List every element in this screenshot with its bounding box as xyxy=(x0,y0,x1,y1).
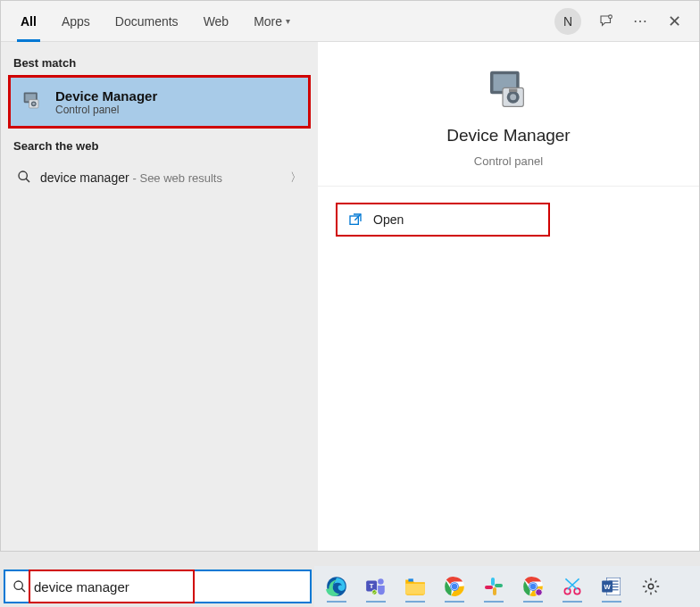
svg-rect-30 xyxy=(493,587,496,595)
svg-rect-22 xyxy=(405,584,425,595)
best-match-title: Device Manager xyxy=(55,88,157,104)
device-manager-small-icon xyxy=(20,89,45,114)
svg-text:T: T xyxy=(370,582,374,590)
tab-apps[interactable]: Apps xyxy=(49,1,103,42)
open-icon xyxy=(348,212,362,227)
action-open-label: Open xyxy=(373,212,404,227)
taskbar-teams-icon[interactable]: T xyxy=(359,570,393,603)
svg-rect-23 xyxy=(408,578,412,581)
top-right-controls: N ⋯ ✕ xyxy=(554,8,692,35)
svg-point-20 xyxy=(378,578,384,585)
web-result-device-manager[interactable]: device manager - See web results 〉 xyxy=(1,158,318,197)
tab-more-label: More xyxy=(254,14,282,29)
device-manager-large-icon xyxy=(484,67,534,117)
close-icon[interactable]: ✕ xyxy=(665,12,683,30)
taskbar-settings-icon[interactable] xyxy=(634,570,668,603)
web-result-query: device manager xyxy=(40,170,129,185)
svg-point-5 xyxy=(32,103,35,105)
taskbar-chrome-alt-icon[interactable] xyxy=(516,570,550,603)
section-best-match-label: Best match xyxy=(1,49,318,75)
user-avatar[interactable]: N xyxy=(554,8,581,35)
chevron-right-icon: 〉 xyxy=(290,170,302,186)
svg-rect-31 xyxy=(485,586,493,589)
svg-rect-29 xyxy=(495,584,503,587)
search-icon xyxy=(17,170,31,187)
section-search-web-label: Search the web xyxy=(1,132,318,158)
best-match-device-manager[interactable]: Device Manager Control panel xyxy=(8,75,311,129)
taskbar-snip-icon[interactable] xyxy=(555,570,589,603)
tab-all[interactable]: All xyxy=(8,1,49,42)
svg-point-0 xyxy=(609,14,612,18)
taskbar-file-explorer-icon[interactable] xyxy=(398,570,432,603)
svg-line-7 xyxy=(26,179,29,182)
taskbar: T W xyxy=(314,566,700,607)
more-options-icon[interactable]: ⋯ xyxy=(631,12,649,30)
windows-search-panel: All Apps Documents Web More ▾ N ⋯ ✕ Best… xyxy=(0,0,700,552)
svg-point-6 xyxy=(19,171,27,179)
svg-point-35 xyxy=(530,584,537,590)
results-left-column: Best match Device Manager Control panel … xyxy=(1,42,318,551)
preview-header: Device Manager Control panel xyxy=(318,42,699,187)
svg-point-12 xyxy=(510,94,516,100)
feedback-icon[interactable] xyxy=(597,12,615,30)
web-result-hint: - See web results xyxy=(133,171,222,185)
svg-point-48 xyxy=(648,584,654,589)
svg-point-15 xyxy=(14,581,22,589)
svg-line-16 xyxy=(21,588,25,592)
tab-more[interactable]: More ▾ xyxy=(241,1,303,42)
taskbar-slack-icon[interactable] xyxy=(477,570,511,603)
action-open[interactable]: Open xyxy=(336,203,550,237)
search-icon xyxy=(12,579,27,594)
svg-point-27 xyxy=(452,584,458,590)
taskbar-search-input[interactable] xyxy=(34,579,204,595)
best-match-subtitle: Control panel xyxy=(55,104,157,116)
taskbar-search-box[interactable] xyxy=(4,570,312,603)
svg-rect-13 xyxy=(509,89,517,93)
taskbar-chrome-icon[interactable] xyxy=(438,570,471,603)
preview-subtitle: Control panel xyxy=(474,154,543,168)
chevron-down-icon: ▾ xyxy=(286,16,290,26)
tab-web[interactable]: Web xyxy=(191,1,242,42)
taskbar-edge-icon[interactable] xyxy=(320,570,354,603)
svg-point-36 xyxy=(536,589,543,596)
taskbar-word-icon[interactable]: W xyxy=(595,570,629,603)
svg-rect-28 xyxy=(491,578,495,586)
search-tabs-bar: All Apps Documents Web More ▾ N ⋯ ✕ xyxy=(1,1,699,42)
svg-text:W: W xyxy=(604,583,612,591)
preview-right-column: Device Manager Control panel Open xyxy=(318,42,699,551)
tab-documents[interactable]: Documents xyxy=(103,1,191,42)
preview-title: Device Manager xyxy=(446,126,570,146)
